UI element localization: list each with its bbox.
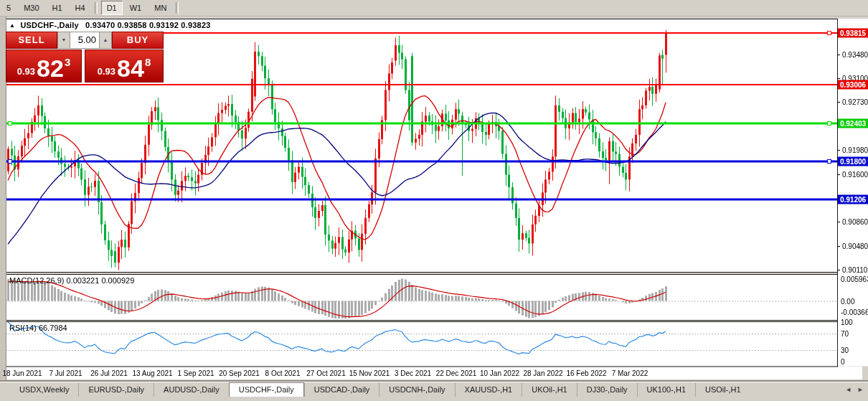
timeframe-button-mn[interactable]: MN (148, 1, 172, 15)
buy-price-box[interactable]: 0.93 84 8 (85, 49, 164, 82)
timeframe-button-h4[interactable]: H4 (70, 1, 91, 15)
price-level-badge: 0.92403 (838, 118, 868, 128)
timeframe-toolbar: 5M30H1H4D1W1MN (0, 0, 868, 16)
chart-tab-uk100[interactable]: UK100-,H1 (637, 383, 695, 397)
date-tick-label: 13 Aug 2021 (132, 369, 172, 377)
macd-axis-label: -0.003664 (841, 308, 868, 316)
buy-price-prefix: 0.93 (98, 65, 115, 79)
tab-scroll-left-button[interactable]: ◄ (845, 386, 852, 393)
rsi-axis-label: 30 (841, 346, 849, 354)
timeframe-button-h1[interactable]: H1 (47, 1, 68, 15)
toolbar-separator (95, 2, 98, 14)
symbol-tab-bar: USDX,WeeklyEURUSD-,DailyAUDUSD-,DailyUSD… (0, 382, 868, 397)
date-tick-label: 3 Dec 2021 (395, 369, 431, 377)
timeframe-button-w1[interactable]: W1 (124, 1, 148, 15)
tab-scroll-arrows: ◄► (839, 386, 864, 393)
date-tick-label: 26 Jul 2021 (90, 369, 128, 377)
macd-axis-label: 0.005963 (841, 275, 868, 283)
chart-tab-usoil[interactable]: USOil-,H1 (695, 383, 750, 397)
date-tick-label: 1 Sep 2021 (177, 369, 214, 377)
sell-price-pip: 3 (65, 50, 70, 75)
sell-price-box[interactable]: 0.93 82 3 (6, 49, 82, 82)
price-level-badge: 0.91206 (838, 195, 868, 204)
buy-price-pip: 8 (145, 50, 151, 75)
volume-increase-button[interactable]: ▲ (99, 32, 112, 49)
rsi-axis-label: 100 (841, 319, 853, 326)
date-tick-label: 28 Jan 2022 (523, 369, 562, 377)
date-tick-label: 15 Nov 2021 (349, 369, 390, 377)
one-click-trading-panel: SELL ▼ 5.00 ▲ BUY 0.93 82 3 0.93 84 8 (6, 32, 164, 82)
chart-tab-usdcad[interactable]: USDCAD-,Daily (304, 383, 379, 397)
price-tick-label: 0.92730 (842, 98, 868, 106)
timeframe-button-5[interactable]: 5 (1, 1, 16, 15)
collapse-panel-icon[interactable]: ▲ (9, 22, 15, 29)
date-tick-label: 7 Mar 2022 (612, 369, 648, 377)
chart-tab-ukoil[interactable]: UKOil-,H1 (522, 383, 577, 397)
buy-button[interactable]: BUY (112, 32, 164, 49)
volume-decrease-button[interactable]: ▼ (57, 32, 70, 49)
date-tick-label: 10 Jan 2022 (480, 369, 519, 377)
rsi-axis-label: 70 (841, 330, 849, 338)
price-level-badge: 0.93815 (838, 28, 868, 37)
chart-ohlc-values: 0.93470 0.93858 0.93192 0.93823 (85, 21, 210, 29)
price-tick-label: 0.91980 (842, 146, 868, 154)
rsi-indicator-label: RSI(14) 66.7984 (9, 324, 67, 332)
price-level-badge: 0.93006 (838, 80, 868, 89)
chart-tab-usdcnh[interactable]: USDCNH-,Daily (379, 383, 454, 397)
date-tick-label: 16 Feb 2022 (566, 369, 606, 377)
chart-tab-xauusd[interactable]: XAUUSD-,H1 (455, 383, 522, 397)
toolbar-separator (176, 2, 179, 14)
sell-price-prefix: 0.93 (17, 65, 35, 79)
buy-price-big: 84 (117, 57, 144, 79)
volume-field[interactable]: 5.00 (70, 32, 99, 49)
price-tick-label: 0.90480 (842, 242, 868, 250)
date-tick-label: 8 Oct 2021 (265, 369, 301, 377)
date-tick-label: 20 Sep 2021 (219, 369, 260, 377)
chart-symbol-label: USDCHF-,Daily (20, 21, 78, 29)
sell-button[interactable]: SELL (6, 32, 57, 49)
price-tick-label: 0.90110 (842, 266, 867, 274)
chart-tab-usdchf[interactable]: USDCHF-,Daily (229, 382, 304, 397)
chart-tab-audusd[interactable]: AUDUSD-,Daily (154, 383, 229, 397)
timeframe-button-d1[interactable]: D1 (101, 1, 123, 15)
chart-title: ▲ USDCHF-,Daily 0.93470 0.93858 0.93192 … (9, 21, 211, 29)
rsi-axis-label: 0 (841, 358, 845, 366)
price-tick-label: 0.90860 (842, 218, 868, 226)
status-strip (0, 397, 868, 401)
chart-tab-dj30[interactable]: DJ30-,Daily (577, 383, 637, 397)
tab-scroll-right-button[interactable]: ► (857, 386, 864, 393)
date-tick-label: 22 Dec 2021 (436, 369, 477, 377)
trading-terminal-window: 5M30H1H4D1W1MN ▲ USDCHF-,Daily 0.93470 0… (0, 0, 868, 401)
macd-axis-label: 0.00 (841, 297, 854, 305)
price-level-badge: 0.91800 (838, 157, 868, 166)
timeframe-button-m30[interactable]: M30 (18, 1, 44, 15)
macd-indicator-label: MACD(12,26,9) 0.003221 0.000929 (9, 276, 134, 285)
date-tick-label: 7 Jul 2021 (49, 369, 82, 377)
date-tick-label: 27 Oct 2021 (306, 369, 345, 377)
chart-tab-usdx[interactable]: USDX,Weekly (10, 383, 78, 397)
price-tick-label: 0.93480 (842, 50, 868, 58)
sell-price-big: 82 (37, 57, 64, 79)
date-tick-label: 18 Jun 2021 (2, 369, 42, 377)
price-tick-label: 0.91600 (842, 171, 868, 179)
chart-tab-eurusd[interactable]: EURUSD-,Daily (78, 383, 154, 397)
